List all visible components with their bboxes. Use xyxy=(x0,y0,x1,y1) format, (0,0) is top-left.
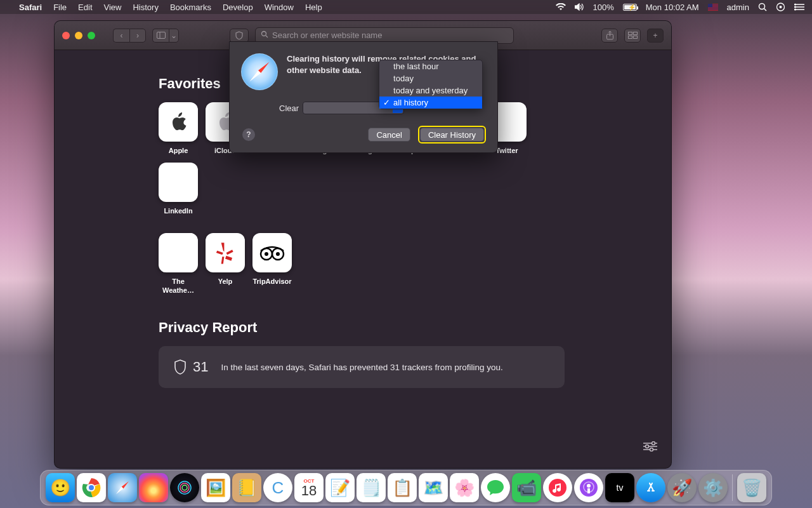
share-button[interactable] xyxy=(601,29,618,43)
wifi-icon[interactable] xyxy=(556,3,566,11)
close-window-button[interactable] xyxy=(62,32,70,39)
dock: 🙂 🖼️ 📒 C OCT18 📝 🗒️ 📋 🗺️ 🌸 📹 tv 🚀 ⚙️ 🗑️ xyxy=(40,470,772,505)
back-forward-group: ‹ › xyxy=(113,29,146,43)
dock-firefox[interactable] xyxy=(139,473,168,502)
privacy-report-card[interactable]: 31 In the last seven days, Safari has pr… xyxy=(159,346,565,388)
dock-safari[interactable] xyxy=(108,473,137,502)
menu-history[interactable]: History xyxy=(133,3,158,12)
sidebar-button[interactable] xyxy=(152,29,169,43)
svg-point-31 xyxy=(276,252,280,256)
privacy-report-heading: Privacy Report xyxy=(159,319,565,336)
user-menu[interactable]: admin xyxy=(727,3,749,12)
dock-settings[interactable]: ⚙️ xyxy=(698,473,728,502)
dock-siri[interactable] xyxy=(170,473,199,502)
dock-messages[interactable] xyxy=(481,473,510,502)
dock-finder[interactable]: 🙂 xyxy=(46,473,75,502)
dock-appstore[interactable] xyxy=(636,473,665,502)
svg-rect-24 xyxy=(628,32,632,35)
svg-rect-6 xyxy=(708,10,718,11)
control-center-icon[interactable] xyxy=(776,3,785,11)
search-icon xyxy=(261,30,268,40)
dock-podcasts[interactable] xyxy=(574,473,603,502)
dock-notes[interactable]: 📝 xyxy=(325,473,355,502)
privacy-report-text: In the last seven days, Safari has preve… xyxy=(221,363,502,372)
favorite-linkedin[interactable]: inLinkedIn xyxy=(159,163,198,215)
window-controls xyxy=(62,32,95,39)
dock-reminders[interactable]: 📋 xyxy=(388,473,417,502)
clear-history-highlight: Clear History xyxy=(418,126,486,144)
dock-launchpad[interactable]: 🚀 xyxy=(667,473,697,502)
favorite-tripadvisor[interactable]: TripAdvisor xyxy=(252,233,292,294)
menu-bar: Safari File Edit View History Bookmarks … xyxy=(0,0,812,14)
dock-trash[interactable]: 🗑️ xyxy=(737,473,766,502)
notification-center-icon[interactable] xyxy=(794,3,804,11)
svg-point-40 xyxy=(88,485,95,491)
sidebar-group: ⌄ xyxy=(152,29,179,43)
svg-rect-26 xyxy=(628,36,632,39)
svg-line-21 xyxy=(266,36,268,37)
back-button[interactable]: ‹ xyxy=(113,29,129,43)
svg-point-37 xyxy=(650,448,653,451)
svg-rect-27 xyxy=(633,36,637,39)
svg-point-44 xyxy=(549,479,566,497)
forward-button[interactable]: › xyxy=(129,29,146,43)
dock-music[interactable] xyxy=(543,473,572,502)
dock-tv[interactable]: tv xyxy=(605,473,634,502)
volume-icon[interactable] xyxy=(575,3,584,11)
favorite-apple[interactable]: Apple xyxy=(159,102,198,155)
clear-range-dropdown: the last hour today today and yesterday … xyxy=(379,60,483,109)
zoom-window-button[interactable] xyxy=(88,32,95,39)
input-source-icon[interactable] xyxy=(708,4,718,11)
sidebar-dropdown-button[interactable]: ⌄ xyxy=(169,29,179,43)
spotlight-icon[interactable] xyxy=(758,3,767,11)
menu-window[interactable]: Window xyxy=(265,3,294,12)
dock-chrome[interactable] xyxy=(77,473,106,502)
minimize-window-button[interactable] xyxy=(75,32,82,39)
clear-history-button[interactable]: Clear History xyxy=(420,128,484,142)
cancel-button[interactable]: Cancel xyxy=(368,128,410,142)
dock-stickies[interactable]: 🗒️ xyxy=(357,473,386,502)
clock[interactable]: Mon 10:02 AM xyxy=(646,3,699,12)
dock-calendar[interactable]: OCT18 xyxy=(294,473,324,502)
option-today-yesterday[interactable]: today and yesterday xyxy=(379,84,482,97)
dock-separator xyxy=(732,474,733,501)
safari-app-icon xyxy=(241,53,278,90)
menu-file[interactable]: File xyxy=(53,3,67,12)
svg-rect-18 xyxy=(157,32,165,39)
menu-bookmarks[interactable]: Bookmarks xyxy=(170,3,211,12)
svg-point-17 xyxy=(794,9,796,11)
dock-c-app[interactable]: C xyxy=(263,473,292,502)
tracker-count: 31 xyxy=(193,359,208,375)
dock-maps[interactable]: 🗺️ xyxy=(419,473,448,502)
option-today[interactable]: today xyxy=(379,72,482,84)
new-tab-button[interactable]: + xyxy=(647,29,664,43)
clear-history-dialog: Clearing history will remove related coo… xyxy=(229,41,498,153)
start-page-settings-button[interactable] xyxy=(643,441,657,454)
app-menu[interactable]: Safari xyxy=(19,3,42,12)
menu-edit[interactable]: Edit xyxy=(78,3,92,12)
option-last-hour[interactable]: the last hour xyxy=(379,60,482,72)
svg-point-8 xyxy=(759,4,765,10)
battery-icon[interactable]: ⚡ xyxy=(623,4,637,11)
favorite-weather[interactable]: TheWeatherChannelThe Weathe… xyxy=(159,233,198,294)
dock-preview[interactable]: 🖼️ xyxy=(201,473,230,502)
privacy-report-button[interactable] xyxy=(230,29,249,43)
menu-help[interactable]: Help xyxy=(305,3,322,12)
svg-point-11 xyxy=(780,6,782,8)
help-button[interactable]: ? xyxy=(242,128,255,141)
dock-photos[interactable]: 🌸 xyxy=(450,473,479,502)
menu-develop[interactable]: Develop xyxy=(223,3,253,12)
svg-line-9 xyxy=(764,9,767,11)
dock-contacts[interactable]: 📒 xyxy=(232,473,261,502)
dock-facetime[interactable]: 📹 xyxy=(512,473,541,502)
favorite-yelp[interactable]: Yelp xyxy=(206,233,245,294)
svg-point-46 xyxy=(587,484,591,488)
option-all-history[interactable]: all history xyxy=(379,97,482,109)
battery-percent[interactable]: 100% xyxy=(593,3,614,12)
svg-point-15 xyxy=(794,4,796,6)
svg-rect-25 xyxy=(633,32,637,35)
svg-point-42 xyxy=(180,483,189,492)
menu-view[interactable]: View xyxy=(104,3,122,12)
tab-overview-button[interactable] xyxy=(624,29,641,43)
safari-window: ‹ › ⌄ Search or enter website name + Fav… xyxy=(54,20,672,469)
